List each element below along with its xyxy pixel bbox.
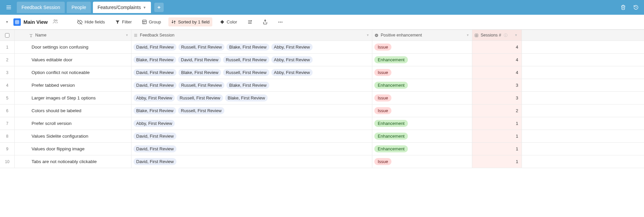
- views-menu-caret[interactable]: ▼: [5, 20, 9, 24]
- sort-button[interactable]: Sorted by 1 field: [168, 17, 212, 26]
- table-row[interactable]: 5Larger images of Step 1 optionsAbby, Fi…: [0, 92, 644, 104]
- color-button[interactable]: Color: [217, 17, 240, 26]
- cell-feedback[interactable]: Blake, First ReviewRussell, First Review: [131, 104, 372, 117]
- group-button[interactable]: Group: [139, 17, 164, 26]
- linked-record-chip[interactable]: David, First Review: [133, 82, 176, 89]
- info-icon[interactable]: ⓘ: [504, 33, 507, 38]
- cell-sessions[interactable]: 1: [472, 155, 522, 168]
- row-number[interactable]: 7: [0, 117, 15, 130]
- row-number[interactable]: 1: [0, 41, 15, 53]
- linked-record-chip[interactable]: Russell, First Review: [178, 44, 224, 51]
- linked-record-chip[interactable]: David, First Review: [133, 158, 176, 165]
- cell-positive[interactable]: Issue: [372, 66, 472, 79]
- linked-record-chip[interactable]: Russell, First Review: [178, 82, 224, 89]
- linked-record-chip[interactable]: Russell, First Review: [223, 56, 269, 63]
- tab-feedback-session[interactable]: Feedback Session: [17, 2, 65, 13]
- linked-record-chip[interactable]: Blake, First Review: [226, 82, 269, 89]
- row-number[interactable]: 4: [0, 79, 15, 91]
- cell-sessions[interactable]: 2: [472, 104, 522, 117]
- table-row[interactable]: 4Prefer tabbed versionDavid, First Revie…: [0, 79, 644, 92]
- row-number[interactable]: 2: [0, 54, 15, 66]
- cell-positive[interactable]: Issue: [372, 155, 472, 168]
- add-table-button[interactable]: [154, 3, 164, 12]
- filter-button[interactable]: Filter: [112, 17, 135, 26]
- cell-positive[interactable]: Enhancement: [372, 117, 472, 130]
- collaborators-icon[interactable]: [52, 18, 58, 25]
- linked-record-chip[interactable]: Abby, First Review: [133, 94, 175, 101]
- column-header-positive[interactable]: Positive enhancement ▼: [372, 30, 472, 41]
- select-all-cell[interactable]: [0, 30, 15, 41]
- cell-sessions[interactable]: 4: [472, 41, 522, 53]
- cell-name[interactable]: Prefer tabbed version: [15, 79, 131, 91]
- cell-feedback[interactable]: David, First ReviewRussell, First Review…: [131, 79, 372, 91]
- column-header-name[interactable]: Name ▼: [15, 30, 131, 41]
- cell-positive[interactable]: Enhancement: [372, 79, 472, 91]
- select-all-checkbox[interactable]: [5, 33, 9, 38]
- cell-name[interactable]: Values Sidelite configuration: [15, 130, 131, 142]
- table-row[interactable]: 2Values editable doorBlake, First Review…: [0, 54, 644, 66]
- cell-sessions[interactable]: 3: [472, 92, 522, 104]
- cell-feedback[interactable]: David, First Review: [131, 130, 372, 142]
- linked-record-chip[interactable]: Russell, First Review: [177, 94, 223, 101]
- linked-record-chip[interactable]: David, First Review: [133, 44, 176, 51]
- linked-record-chip[interactable]: Abby, First Review: [271, 69, 313, 76]
- row-number[interactable]: 8: [0, 130, 15, 142]
- chevron-down-icon[interactable]: ▼: [366, 33, 370, 37]
- chevron-down-icon[interactable]: ▼: [466, 33, 470, 37]
- cell-positive[interactable]: Issue: [372, 41, 472, 53]
- tab-people[interactable]: People: [67, 2, 91, 13]
- cell-feedback[interactable]: Blake, First ReviewDavid, First ReviewRu…: [131, 54, 372, 66]
- cell-feedback[interactable]: David, First Review: [131, 143, 372, 155]
- table-row[interactable]: 3Option conflict not noticeableDavid, Fi…: [0, 66, 644, 79]
- linked-record-chip[interactable]: Abby, First Review: [133, 120, 175, 127]
- table-row[interactable]: 9Values door flipping imageDavid, First …: [0, 143, 644, 155]
- linked-record-chip[interactable]: Blake, First Review: [225, 94, 268, 101]
- cell-name[interactable]: Tabs are not noticeably clickable: [15, 155, 131, 168]
- tab-features-complaints[interactable]: Features/Complaints ▼: [93, 2, 151, 13]
- cell-name[interactable]: Option conflict not noticeable: [15, 66, 131, 79]
- table-row[interactable]: 7Prefer scroll versionAbby, First Review…: [0, 117, 644, 130]
- cell-sessions[interactable]: 4: [472, 66, 522, 79]
- cell-positive[interactable]: Enhancement: [372, 130, 472, 142]
- table-row[interactable]: 10Tabs are not noticeably clickableDavid…: [0, 155, 644, 168]
- row-number[interactable]: 3: [0, 66, 15, 79]
- hide-fields-button[interactable]: Hide fields: [74, 17, 108, 27]
- row-number[interactable]: 6: [0, 104, 15, 117]
- cell-feedback[interactable]: David, First Review: [131, 155, 372, 168]
- menu-button[interactable]: [3, 1, 15, 13]
- cell-feedback[interactable]: Abby, First ReviewRussell, First ReviewB…: [131, 92, 372, 104]
- table-row[interactable]: 8Values Sidelite configurationDavid, Fir…: [0, 130, 644, 143]
- share-view-button[interactable]: [260, 17, 270, 26]
- linked-record-chip[interactable]: David, First Review: [133, 69, 176, 76]
- cell-name[interactable]: Colors should be labeled: [15, 104, 131, 117]
- linked-record-chip[interactable]: Blake, First Review: [133, 107, 176, 114]
- linked-record-chip[interactable]: Blake, First Review: [133, 56, 176, 63]
- cell-name[interactable]: Larger images of Step 1 options: [15, 92, 131, 104]
- linked-record-chip[interactable]: Blake, First Review: [178, 69, 221, 76]
- cell-sessions[interactable]: 4: [472, 54, 522, 66]
- row-number[interactable]: 5: [0, 92, 15, 104]
- cell-name[interactable]: Door settings icon confusing: [15, 41, 131, 53]
- linked-record-chip[interactable]: Abby, First Review: [271, 56, 313, 63]
- cell-positive[interactable]: Enhancement: [372, 54, 472, 66]
- cell-positive[interactable]: Issue: [372, 104, 472, 117]
- chevron-down-icon[interactable]: ▼: [125, 33, 129, 37]
- cell-name[interactable]: Values door flipping image: [15, 143, 131, 155]
- trash-icon[interactable]: [618, 2, 629, 13]
- cell-sessions[interactable]: 1: [472, 117, 522, 130]
- column-header-sessions[interactable]: Sessions # ⓘ ▼: [472, 30, 522, 41]
- linked-record-chip[interactable]: Blake, First Review: [226, 44, 269, 51]
- cell-feedback[interactable]: Abby, First Review: [131, 117, 372, 130]
- cell-name[interactable]: Values editable door: [15, 54, 131, 66]
- cell-name[interactable]: Prefer scroll version: [15, 117, 131, 130]
- row-height-button[interactable]: [245, 17, 255, 27]
- more-options-button[interactable]: [275, 17, 286, 27]
- linked-record-chip[interactable]: Russell, First Review: [178, 107, 224, 114]
- chevron-down-icon[interactable]: ▼: [143, 6, 146, 9]
- row-number[interactable]: 10: [0, 155, 15, 168]
- view-switcher[interactable]: Main View: [13, 18, 48, 26]
- cell-positive[interactable]: Issue: [372, 92, 472, 104]
- linked-record-chip[interactable]: Russell, First Review: [223, 69, 269, 76]
- linked-record-chip[interactable]: David, First Review: [133, 133, 176, 140]
- row-number[interactable]: 9: [0, 143, 15, 155]
